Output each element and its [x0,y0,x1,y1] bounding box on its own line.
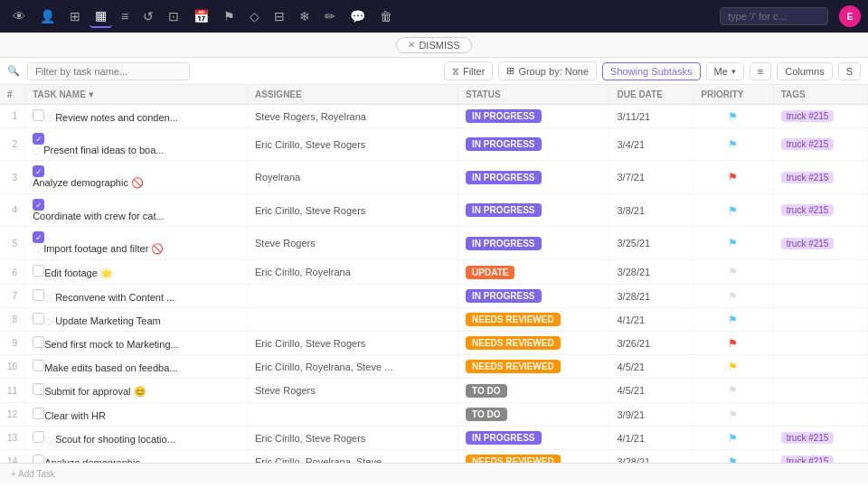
status-cell[interactable]: IN PROGRESS [458,105,609,128]
table-row[interactable]: 14 Analyze demographic Eric Cirillo, Roy… [0,450,868,464]
checkbox[interactable] [33,431,44,443]
status-badge[interactable]: IN PROGRESS [466,237,541,250]
table-row[interactable]: 7 ◌Reconvene with Content ... IN PROGRES… [0,285,868,308]
col-task-name[interactable]: TASK NAME ▾ [25,85,248,105]
task-name-cell[interactable]: Analyze demographic [25,450,248,464]
table-row[interactable]: 4 Coordinate with crew for cat... Eric C… [0,194,868,227]
dismiss-button[interactable]: ✕ DISMISS [396,37,471,53]
task-name-cell[interactable]: Analyze demographic 🚫 [25,161,248,194]
status-badge[interactable]: IN PROGRESS [466,137,541,151]
checkbox[interactable] [33,165,44,177]
task-name-cell[interactable]: Make edits based on feedba... [25,355,248,379]
task-name-cell[interactable]: Clear with HR [25,403,248,427]
table-row[interactable]: 3 Analyze demographic 🚫 Royelrana IN PRO… [0,161,868,194]
toolbar-search[interactable] [720,7,828,25]
checkbox[interactable] [33,360,44,371]
table-row[interactable]: 6 Edit footage 🌟 Eric Cirillo, Royelrana… [0,260,868,285]
col-priority[interactable]: PRIORITY [693,85,773,105]
toolbar-icon-list[interactable]: ≡ [116,5,134,27]
subtasks-button[interactable]: Showing Subtasks [602,62,701,80]
task-name-cell[interactable]: Coordinate with crew for cat... [25,194,248,227]
toolbar-icon-table[interactable]: ▦ [90,5,112,28]
checkbox[interactable] [33,455,44,463]
status-cell[interactable]: IN PROGRESS [458,128,609,161]
status-cell[interactable]: IN PROGRESS [458,161,609,194]
checkbox[interactable] [33,199,44,211]
checkbox[interactable] [33,289,44,301]
status-badge[interactable]: TO DO [466,408,506,421]
checkbox[interactable] [33,133,44,145]
toolbar-icon-minus[interactable]: ⊟ [269,5,290,27]
status-badge[interactable]: IN PROGRESS [466,431,541,445]
status-badge[interactable]: TO DO [466,384,506,398]
status-badge[interactable]: NEEDS REVIEWED [466,313,561,326]
status-cell[interactable]: NEEDS REVIEWED [458,450,609,464]
toolbar-icon-eye[interactable]: 👁 [7,5,31,27]
toolbar-icon-snowflake[interactable]: ❄ [294,5,316,27]
status-badge[interactable]: NEEDS REVIEWED [466,336,561,350]
toolbar-icon-grid[interactable]: ⊞ [64,5,86,27]
toolbar-icon-user[interactable]: 👤 [34,5,61,27]
checkbox[interactable] [33,231,44,243]
me-button[interactable]: Me ▾ [706,62,744,80]
status-cell[interactable]: NEEDS REVIEWED [458,308,609,332]
toolbar-icon-chat[interactable]: 💬 [344,5,371,27]
table-row[interactable]: 2 ◌Present final ideas to boa... Eric Ci… [0,128,868,161]
status-badge[interactable]: UPDATE [466,266,514,279]
toolbar-icon-diamond[interactable]: ◇ [244,5,265,27]
toolbar-icon-edit[interactable]: ✏ [319,5,341,27]
status-cell[interactable]: IN PROGRESS [458,194,609,227]
status-cell[interactable]: UPDATE [458,260,609,285]
status-cell[interactable]: NEEDS REVIEWED [458,355,609,379]
status-cell[interactable]: IN PROGRESS [458,285,609,308]
table-row[interactable]: 9 Send first mock to Marketing... Eric C… [0,332,868,355]
table-row[interactable]: 12 Clear with HR TO DO 3/9/21 ⚑ [0,403,868,427]
table-row[interactable]: 11 Submit for approval 😊 Steve Rogers TO… [0,379,868,403]
columns-button[interactable]: Columns [777,62,832,80]
task-name-cell[interactable]: Edit footage 🌟 [25,260,248,285]
checkbox[interactable] [33,336,44,348]
checkbox[interactable] [33,109,44,121]
table-row[interactable]: 1 ◌Review notes and conden... Steve Roge… [0,105,868,128]
checkbox[interactable] [33,408,44,419]
col-due-date[interactable]: DUE DATE [609,85,693,105]
toolbar-icon-calendar[interactable]: 📅 [188,5,214,27]
list-view-button[interactable]: ≡ [750,62,771,80]
toolbar-icon-refresh[interactable]: ↺ [137,5,159,27]
task-name-cell[interactable]: ◌Import footage and filter 🚫 [25,227,248,260]
status-cell[interactable]: NEEDS REVIEWED [458,332,609,355]
toolbar-icon-trash[interactable]: 🗑 [374,5,398,27]
task-name-cell[interactable]: ◌Reconvene with Content ... [25,285,248,308]
task-name-cell[interactable]: ◌Update Marketing Team [25,308,248,332]
table-row[interactable]: 5 ◌Import footage and filter 🚫 Steve Rog… [0,227,868,260]
col-assignee[interactable]: ASSIGNEE [248,85,458,105]
task-name-cell[interactable]: Submit for approval 😊 [25,379,248,403]
table-row[interactable]: 10 Make edits based on feedba... Eric Ci… [0,355,868,379]
task-name-cell[interactable]: ◌Scout for shooting locatio... [25,427,248,450]
task-name-cell[interactable]: Send first mock to Marketing... [25,332,248,355]
toolbar-icon-box[interactable]: ⊡ [163,5,184,27]
status-badge[interactable]: IN PROGRESS [466,109,541,123]
s-button[interactable]: S [838,62,861,80]
status-cell[interactable]: IN PROGRESS [458,427,609,450]
status-cell[interactable]: IN PROGRESS [458,227,609,260]
checkbox[interactable] [33,313,44,324]
checkbox[interactable] [33,265,44,277]
table-row[interactable]: 13 ◌Scout for shooting locatio... Eric C… [0,427,868,450]
col-status[interactable]: STATUS [458,85,609,105]
status-badge[interactable]: IN PROGRESS [466,289,541,303]
filter-search-input[interactable] [27,62,190,80]
group-by-button[interactable]: ⊞ Group by: None [498,61,597,80]
status-badge[interactable]: IN PROGRESS [466,171,541,184]
status-badge[interactable]: NEEDS REVIEWED [466,360,561,373]
col-tags[interactable]: TAGS [773,85,867,105]
table-row[interactable]: 8 ◌Update Marketing Team NEEDS REVIEWED … [0,308,868,332]
status-cell[interactable]: TO DO [458,403,609,427]
checkbox[interactable] [33,383,44,395]
toolbar-icon-flag[interactable]: ⚑ [218,5,241,27]
status-badge[interactable]: IN PROGRESS [466,203,541,217]
task-name-cell[interactable]: ◌Present final ideas to boa... [25,128,248,161]
status-badge[interactable]: NEEDS REVIEWED [466,455,561,463]
task-name-cell[interactable]: ◌Review notes and conden... [25,105,248,128]
status-cell[interactable]: TO DO [458,379,609,403]
